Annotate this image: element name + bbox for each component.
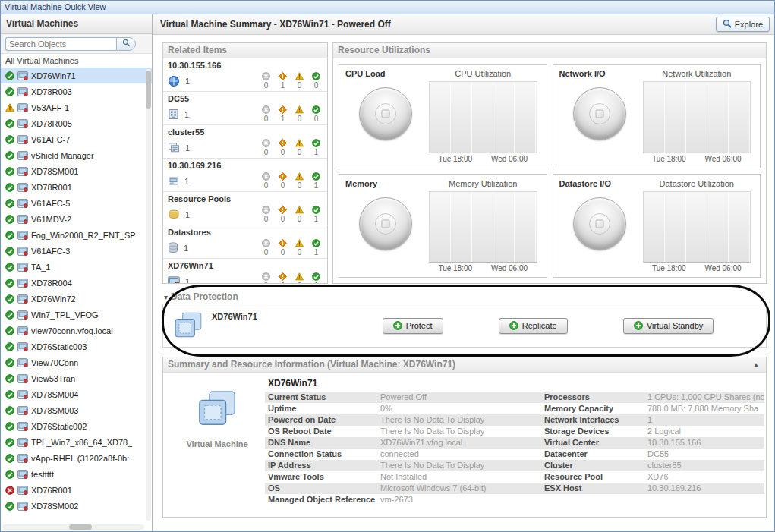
utilization-chart — [643, 81, 751, 153]
vm-list-item[interactable]: XD76Win71 — [1, 68, 152, 83]
vm-list-item[interactable]: TPL_Win7_x86_64_XD78_ — [1, 434, 152, 450]
window-body: Virtual Machines All Virtual Machines XD… — [1, 14, 774, 531]
vm-list-item[interactable]: XD78SM001 — [1, 163, 152, 179]
vm-list-item[interactable]: V61AFC-3 — [1, 243, 152, 259]
related-item[interactable]: DC5510100 — [163, 92, 327, 125]
vm-list-item[interactable]: XD78SM004 — [1, 386, 152, 402]
field-value: Powered Off — [380, 392, 541, 403]
summary-panel: Summary and Resource Information (Virtua… — [162, 357, 767, 518]
alarm-count-value: 0 — [264, 248, 269, 257]
summary-vm-name: XD76Win71 — [268, 378, 764, 389]
explore-button[interactable]: Explore — [716, 17, 770, 32]
related-items-panel: Related Items 10.30.155.16610100DC551010… — [162, 42, 328, 284]
collapse-triangle-icon: ▾ — [164, 293, 168, 301]
vm-list-item[interactable]: Fog_Win2008_R2_ENT_SP — [1, 227, 152, 243]
status-ok-icon — [5, 374, 14, 383]
vm-list-item[interactable]: V61AFC-7 — [1, 131, 152, 147]
vm-list-item[interactable]: vShield Manager — [1, 147, 152, 163]
vm-icon — [17, 183, 28, 192]
related-item[interactable]: 10.30.169.21610001 — [163, 159, 327, 192]
data-protection-section: ▾ Data Protection XD76Win71 ProtectRepli… — [162, 290, 767, 348]
chart-x-ticks: Tue 18:00Wed 06:00 — [429, 155, 537, 163]
vm-list-item[interactable]: XD78R001 — [1, 179, 152, 195]
vm-list-item[interactable]: Win7_TPL_VFOG — [1, 307, 152, 323]
status-ok-icon — [5, 199, 14, 208]
alarm-count-value: 0 — [264, 81, 269, 90]
search-input[interactable] — [5, 37, 116, 51]
vm-list-item[interactable]: V61MDV-2 — [1, 211, 152, 227]
vm-list-item[interactable]: V53AFF-1 — [1, 99, 152, 115]
alarm-count: 0 — [293, 172, 306, 190]
status-error-icon — [5, 486, 14, 495]
search-bar — [1, 34, 152, 54]
data-protection-header[interactable]: ▾ Data Protection — [162, 290, 767, 304]
alarm-count-value: 1 — [314, 148, 319, 156]
virtual-standby-button[interactable]: Virtual Standby — [623, 318, 714, 334]
vm-list-item[interactable]: XD76Static002 — [1, 418, 152, 434]
all-virtual-machines-filter[interactable]: All Virtual Machines — [1, 54, 152, 68]
vm-list-item[interactable]: XD78R005 — [1, 115, 152, 131]
alarm-count-value: 0 — [298, 282, 302, 284]
search-button[interactable] — [116, 37, 136, 51]
gauge-icon — [595, 219, 603, 228]
related-item-label: Resource Pools — [168, 194, 323, 204]
replicate-button[interactable]: Replicate — [499, 318, 568, 334]
vm-icon — [17, 71, 28, 80]
utilization-chart — [429, 81, 537, 153]
alarm-count: 0 — [310, 72, 323, 90]
related-item[interactable]: Datastores10001 — [163, 225, 327, 259]
vm-list-item[interactable]: XD78R004 — [1, 275, 152, 291]
vm-list-item[interactable]: XD78R003 — [1, 83, 152, 99]
vm-icon — [17, 470, 28, 479]
vm-list-vertical-scrollbar[interactable] — [146, 69, 151, 521]
vm-list-item[interactable]: XD76Win72 — [1, 291, 152, 307]
fatal-icon — [262, 272, 270, 281]
vm-icon — [17, 215, 28, 224]
window-title: Virtual Machine Quick View — [5, 2, 106, 11]
field-value: 10.30.155.166 — [647, 437, 764, 449]
vm-list-item[interactable]: View70Conn — [1, 354, 152, 370]
x-tick-label: Tue 18:00 — [652, 264, 686, 272]
vm-name: XD76Win71 — [31, 71, 76, 80]
status-ok-icon — [5, 279, 14, 288]
alarm-count: 0 — [260, 206, 273, 223]
alarm-count: 0 — [276, 172, 289, 190]
vm-list-item[interactable]: XD76R001 — [1, 482, 152, 498]
host-icon — [168, 175, 179, 187]
vm-list-item[interactable]: XD78SM003 — [1, 402, 152, 418]
collapse-panel-icon[interactable]: ▲ — [751, 357, 761, 372]
vm-list-item[interactable]: view70conn.vfog.local — [1, 323, 152, 338]
status-ok-icon — [5, 326, 14, 335]
related-item[interactable]: XD76Win7110001 — [163, 259, 327, 284]
vm-list-horizontal-scrollbar[interactable] — [2, 524, 144, 530]
scrollbar-thumb[interactable] — [69, 524, 92, 530]
related-item-label: 10.30.155.166 — [168, 61, 323, 71]
alarm-count: 0 — [260, 105, 273, 123]
vm-list-item[interactable]: testtttt — [1, 466, 152, 482]
field-value: connected — [380, 449, 541, 460]
chart-title: CPU Utilization — [455, 69, 511, 78]
related-item-count: 1 — [184, 244, 188, 253]
vm-list-item[interactable]: XD76Static003 — [1, 338, 152, 354]
chart-x-ticks: Tue 18:00Wed 06:00 — [643, 264, 751, 272]
related-item[interactable]: 10.30.155.16610100 — [163, 58, 327, 92]
scrollbar-thumb[interactable] — [146, 71, 151, 109]
vm-list-item[interactable]: V61AFC-5 — [1, 195, 152, 211]
protect-button[interactable]: Protect — [383, 318, 443, 334]
add-icon — [634, 321, 643, 330]
alarm-count-value: 0 — [298, 215, 302, 223]
alarm-count-value: 0 — [281, 248, 285, 257]
related-item[interactable]: cluster5510001 — [163, 125, 327, 159]
resource-panel: Network I/ONetwork UtilizationTue 18:00W… — [553, 64, 761, 168]
alarm-count: 0 — [260, 139, 273, 156]
vm-list-item[interactable]: XD78SM002 — [1, 498, 152, 514]
vm-icon — [17, 454, 28, 463]
vm-list-item[interactable]: vApp-RHEL (31202a8f-0b: — [1, 450, 152, 466]
vm-list-item[interactable]: View53Tran — [1, 370, 152, 386]
field-value: XD76Win71.vfog.local — [380, 437, 541, 449]
utilization-chart — [643, 191, 751, 263]
normal-icon — [312, 105, 320, 114]
summary-fields: Current StatusPowered OffProcessors1 CPU… — [265, 392, 764, 505]
related-item[interactable]: Resource Pools10001 — [163, 192, 327, 225]
vm-list-item[interactable]: TA_1 — [1, 259, 152, 275]
